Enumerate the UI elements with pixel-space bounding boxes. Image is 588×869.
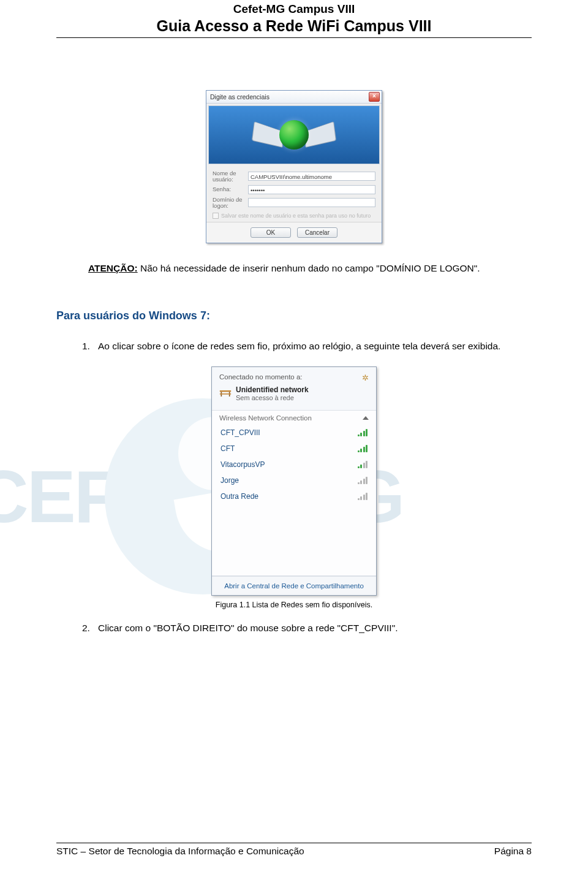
attention-paragraph: ATENÇÃO: Não há necessidade de inserir n… bbox=[88, 263, 532, 274]
wifi-item-label: CFT_CPVIII bbox=[221, 428, 260, 437]
header-rule bbox=[56, 37, 532, 38]
flyout-network-name: Unidentified network bbox=[236, 385, 309, 394]
wifi-item-label: CFT bbox=[221, 444, 235, 453]
attention-text: Não há necessidade de inserir nenhum dad… bbox=[138, 263, 480, 273]
signal-icon bbox=[358, 429, 368, 436]
attention-label: ATENÇÃO: bbox=[88, 263, 138, 273]
bench-icon bbox=[219, 389, 232, 398]
wifi-item-label: VitacorpusVP bbox=[221, 460, 265, 469]
dialog-titlebar: Digite as credenciais × bbox=[206, 91, 382, 104]
signal-icon bbox=[358, 445, 368, 452]
wifi-item-vitacorpus[interactable]: VitacorpusVP bbox=[219, 457, 369, 472]
credentials-dialog: Digite as credenciais × Nome de usuário:… bbox=[206, 90, 382, 243]
flyout-connected-label: Conectado no momento a: bbox=[219, 373, 303, 381]
domain-label: Domínio de logon: bbox=[213, 197, 244, 209]
signal-icon bbox=[358, 461, 368, 468]
signal-icon bbox=[358, 477, 368, 484]
wifi-item-cft[interactable]: CFT bbox=[219, 441, 369, 457]
domain-input[interactable] bbox=[248, 198, 375, 207]
section-title-win7: Para usuários do Windows 7: bbox=[56, 309, 532, 322]
save-credentials-checkbox[interactable] bbox=[213, 213, 219, 219]
laptop-icon bbox=[305, 121, 336, 148]
wifi-item-outra[interactable]: Outra Rede bbox=[219, 488, 369, 504]
password-label: Senha: bbox=[213, 186, 244, 192]
flyout-footer-link[interactable]: Abrir a Central de Rede e Compartilhamen… bbox=[212, 576, 376, 595]
close-icon[interactable]: × bbox=[369, 92, 380, 102]
flyout-network-sub: Sem acesso à rede bbox=[236, 394, 309, 401]
svg-rect-0 bbox=[220, 390, 231, 392]
svg-rect-3 bbox=[220, 393, 231, 395]
laptop-icon bbox=[252, 121, 283, 148]
chevron-up-icon[interactable] bbox=[363, 416, 369, 420]
figure-caption: Figura 1.1 Lista de Redes sem fio dispon… bbox=[56, 601, 532, 609]
wifi-item-cft-cpv8[interactable]: CFT_CPVIII bbox=[219, 425, 369, 441]
step-number: 1. bbox=[82, 341, 91, 352]
username-label: Nome de usuário: bbox=[213, 170, 244, 183]
password-input[interactable]: ••••••• bbox=[248, 185, 375, 194]
step-text: Ao clicar sobre o ícone de redes sem fio… bbox=[98, 341, 500, 352]
save-credentials-checkbox-row: Salvar este nome de usuário e esta senha… bbox=[213, 213, 375, 219]
wifi-item-label: Jorge bbox=[221, 476, 239, 485]
refresh-icon[interactable]: ✲ bbox=[362, 373, 369, 382]
dialog-graphic bbox=[208, 105, 380, 164]
signal-icon bbox=[358, 493, 368, 500]
username-input[interactable]: CAMPUSVIII\nome.ultimonome bbox=[248, 172, 375, 181]
dialog-title: Digite as credenciais bbox=[210, 93, 270, 101]
step-2: 2. Clicar com o "BOTÃO DIREITO" do mouse… bbox=[82, 623, 532, 634]
wifi-item-label: Outra Rede bbox=[221, 492, 258, 501]
step-text: Clicar com o "BOTÃO DIREITO" do mouse so… bbox=[98, 623, 398, 634]
wifi-item-jorge[interactable]: Jorge bbox=[219, 472, 369, 488]
document-header: Cefet-MG Campus VIII Guia Acesso a Rede … bbox=[56, 0, 532, 38]
footer-left: STIC – Setor de Tecnologia da Informação… bbox=[56, 846, 304, 857]
header-line2: Guia Acesso a Rede WiFi Campus VIII bbox=[56, 17, 532, 35]
cancel-button[interactable]: Cancelar bbox=[297, 227, 337, 238]
save-credentials-label: Salvar este nome de usuário e esta senha… bbox=[221, 213, 371, 219]
step-1: 1. Ao clicar sobre o ícone de redes sem … bbox=[82, 341, 532, 352]
footer-rule bbox=[56, 843, 532, 843]
document-footer: STIC – Setor de Tecnologia da Informação… bbox=[56, 841, 532, 857]
flyout-region-label: Wireless Network Connection bbox=[219, 414, 312, 422]
ok-button[interactable]: OK bbox=[251, 227, 291, 238]
wifi-flyout: Conectado no momento a: ✲ Unidentified n… bbox=[211, 366, 377, 596]
footer-right: Página 8 bbox=[494, 846, 532, 857]
step-number: 2. bbox=[82, 623, 91, 634]
globe-icon bbox=[279, 120, 309, 150]
header-line1: Cefet-MG Campus VIII bbox=[56, 2, 532, 16]
